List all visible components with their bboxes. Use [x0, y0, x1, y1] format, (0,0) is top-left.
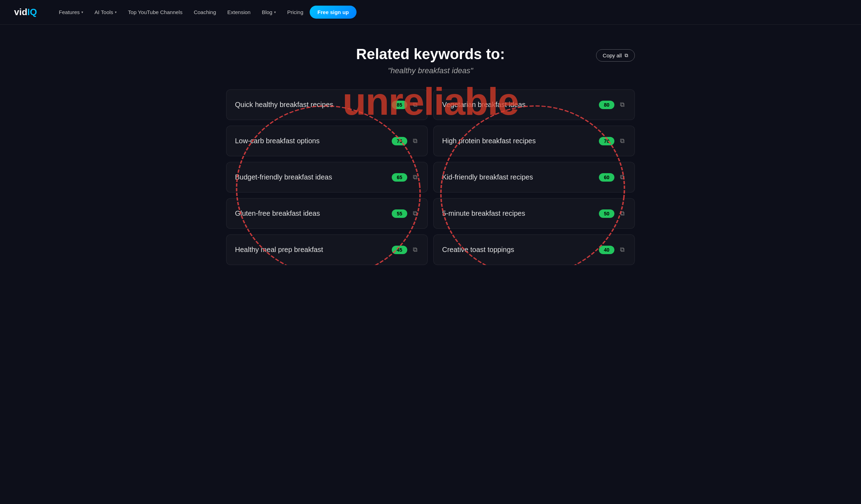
- search-term-subtitle: "healthy breakfast ideas": [226, 66, 635, 75]
- keyword-card[interactable]: Budget-friendly breakfast ideas65⧉: [226, 162, 428, 193]
- nav-item-extension[interactable]: Extension: [222, 6, 255, 18]
- copy-all-label: Copy all: [603, 52, 622, 58]
- keywords-grid: Quick healthy breakfast recipes85⧉Vegeta…: [226, 89, 635, 265]
- nav-item-top-channels[interactable]: Top YouTube Channels: [123, 6, 187, 18]
- keywords-section: unreliable Quick healthy breakfast recip…: [226, 89, 635, 265]
- keyword-card[interactable]: Creative toast toppings40⧉: [433, 234, 635, 265]
- keyword-text: Creative toast toppings: [442, 246, 514, 254]
- keyword-right: 45⧉: [392, 245, 419, 255]
- score-badge: 85: [392, 101, 407, 109]
- score-badge: 45: [392, 246, 407, 254]
- score-badge: 55: [392, 209, 407, 218]
- copy-keyword-button[interactable]: ⧉: [619, 100, 626, 110]
- keyword-card[interactable]: Quick healthy breakfast recipes85⧉: [226, 89, 428, 120]
- header-section: Related keywords to: "healthy breakfast …: [226, 46, 635, 75]
- keyword-card[interactable]: Low-carb breakfast options75⧉: [226, 126, 428, 156]
- score-badge: 40: [599, 246, 614, 254]
- keyword-text: Quick healthy breakfast recipes: [235, 101, 333, 109]
- nav-signup-label: Free sign up: [317, 9, 349, 15]
- nav-blog-label: Blog: [262, 9, 272, 15]
- copy-keyword-button[interactable]: ⧉: [411, 172, 419, 182]
- keyword-card[interactable]: Healthy meal prep breakfast45⧉: [226, 234, 428, 265]
- nav-list: Features ▾ AI Tools ▾ Top YouTube Channe…: [54, 6, 847, 19]
- keyword-card[interactable]: Gluten-free breakfast ideas55⧉: [226, 198, 428, 229]
- nav-item-signup[interactable]: Free sign up: [310, 6, 357, 19]
- logo[interactable]: vidIQ: [14, 7, 37, 18]
- keyword-text: Healthy meal prep breakfast: [235, 246, 323, 254]
- keyword-text: Gluten-free breakfast ideas: [235, 209, 320, 218]
- copy-icon: ⧉: [625, 52, 628, 58]
- keyword-card[interactable]: High protein breakfast recipes70⧉: [433, 126, 635, 156]
- copy-keyword-button[interactable]: ⧉: [411, 245, 419, 255]
- keyword-text: Vegetarian breakfast ideas: [442, 101, 526, 109]
- keyword-right: 70⧉: [599, 136, 626, 146]
- keyword-right: 40⧉: [599, 245, 626, 255]
- nav-coaching-label: Coaching: [194, 9, 216, 15]
- nav-extension-label: Extension: [227, 9, 250, 15]
- chevron-down-icon: ▾: [81, 10, 83, 14]
- keyword-right: 75⧉: [392, 136, 419, 146]
- keyword-card[interactable]: Kid-friendly breakfast recipes60⧉: [433, 162, 635, 193]
- copy-keyword-button[interactable]: ⧉: [411, 136, 419, 146]
- main-nav: vidIQ Features ▾ AI Tools ▾ Top YouTube …: [0, 0, 861, 25]
- nav-pricing-label: Pricing: [287, 9, 303, 15]
- keyword-right: 50⧉: [599, 208, 626, 219]
- keyword-text: 5-minute breakfast recipes: [442, 209, 525, 218]
- main-content: Related keywords to: "healthy breakfast …: [219, 25, 642, 279]
- chevron-down-icon: ▾: [115, 10, 117, 14]
- copy-keyword-button[interactable]: ⧉: [619, 208, 626, 219]
- score-badge: 50: [599, 209, 614, 218]
- logo-vid-text: vid: [14, 7, 27, 18]
- copy-keyword-button[interactable]: ⧉: [411, 100, 419, 110]
- score-badge: 70: [599, 137, 614, 145]
- score-badge: 65: [392, 173, 407, 182]
- keyword-card[interactable]: 5-minute breakfast recipes50⧉: [433, 198, 635, 229]
- nav-top-channels-label: Top YouTube Channels: [128, 9, 182, 15]
- keyword-right: 55⧉: [392, 208, 419, 219]
- nav-features-label: Features: [59, 9, 80, 15]
- keyword-text: Budget-friendly breakfast ideas: [235, 173, 332, 181]
- copy-keyword-button[interactable]: ⧉: [411, 208, 419, 219]
- keyword-right: 65⧉: [392, 172, 419, 182]
- copy-keyword-button[interactable]: ⧉: [619, 136, 626, 146]
- keyword-right: 85⧉: [392, 100, 419, 110]
- keyword-card[interactable]: Vegetarian breakfast ideas80⧉: [433, 89, 635, 120]
- copy-all-button[interactable]: Copy all ⧉: [596, 49, 635, 62]
- keyword-right: 80⧉: [599, 100, 626, 110]
- nav-item-blog[interactable]: Blog ▾: [257, 6, 281, 18]
- logo-iq-text: IQ: [27, 7, 37, 18]
- score-badge: 80: [599, 101, 614, 109]
- keyword-right: 60⧉: [599, 172, 626, 182]
- nav-item-pricing[interactable]: Pricing: [282, 6, 308, 18]
- chevron-down-icon: ▾: [274, 10, 276, 14]
- nav-item-ai-tools[interactable]: AI Tools ▾: [89, 6, 122, 18]
- nav-item-features[interactable]: Features ▾: [54, 6, 88, 18]
- keyword-text: Kid-friendly breakfast recipes: [442, 173, 533, 181]
- nav-ai-tools-label: AI Tools: [94, 9, 113, 15]
- copy-keyword-button[interactable]: ⧉: [619, 172, 626, 182]
- nav-item-coaching[interactable]: Coaching: [189, 6, 221, 18]
- score-badge: 60: [599, 173, 614, 182]
- copy-keyword-button[interactable]: ⧉: [619, 245, 626, 255]
- keyword-text: Low-carb breakfast options: [235, 137, 320, 145]
- score-badge: 75: [392, 137, 407, 145]
- keyword-text: High protein breakfast recipes: [442, 137, 536, 145]
- page-title: Related keywords to:: [226, 46, 635, 63]
